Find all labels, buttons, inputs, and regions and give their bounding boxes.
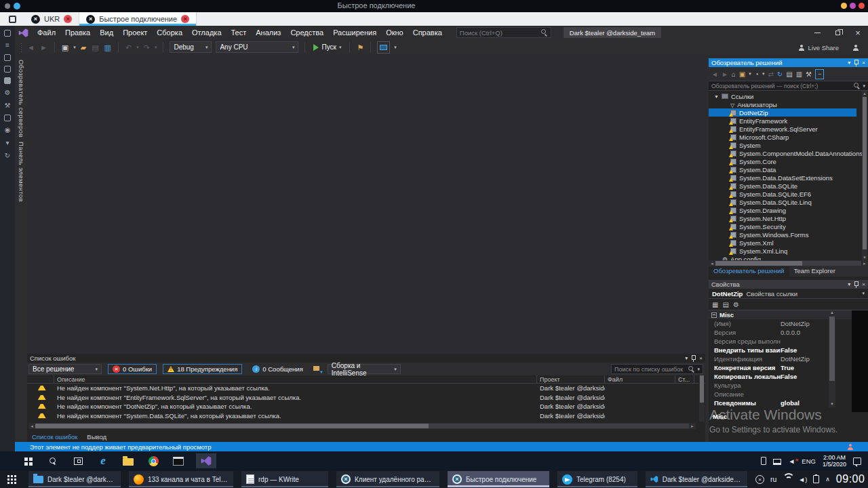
menu-build[interactable]: Сборка: [152, 26, 187, 39]
error-vertical-scrollbar[interactable]: [699, 374, 705, 422]
window-icon[interactable]: [4, 115, 11, 121]
scroll-up-icon[interactable]: ▲: [862, 91, 867, 96]
back-icon[interactable]: ◄: [711, 70, 718, 78]
warnings-toggle-button[interactable]: 18 Предупреждения: [163, 364, 242, 374]
menu-test[interactable]: Тест: [226, 26, 252, 39]
properties-vertical-scrollbar[interactable]: ▲ ▼: [829, 310, 835, 407]
pending-changes-icon[interactable]: ◔: [755, 70, 759, 78]
property-row[interactable]: (Имя)DotNetZip: [709, 319, 868, 328]
show-all-files-icon[interactable]: ▤: [786, 70, 792, 78]
filter-icon[interactable]: [313, 365, 321, 373]
menu-tools[interactable]: Средства: [285, 26, 328, 39]
property-value[interactable]: True: [781, 364, 825, 371]
message-icon[interactable]: [4, 77, 11, 84]
property-value[interactable]: global: [781, 399, 825, 407]
scroll-down-icon[interactable]: ▼: [862, 255, 867, 260]
tree-node[interactable]: System.Data.SQLite.Linq: [709, 198, 868, 206]
forward-icon[interactable]: ►: [722, 70, 728, 78]
new-project-caret-icon[interactable]: [73, 45, 76, 50]
tree-node-appconfig[interactable]: App.config: [709, 255, 868, 260]
tools-icon[interactable]: ⚒: [3, 102, 12, 110]
list-icon[interactable]: ≡: [3, 41, 12, 49]
tab-ukr[interactable]: UKR: [24, 12, 79, 26]
task-firefox[interactable]: 133 канала и чата в Telegra...: [129, 471, 233, 487]
expander-icon[interactable]: [714, 94, 719, 99]
errors-toggle-button[interactable]: 0 Ошибки: [108, 364, 157, 374]
property-value[interactable]: False: [781, 373, 825, 380]
pane-menu-caret-icon[interactable]: ▾: [848, 60, 850, 66]
task-view-button[interactable]: [71, 453, 85, 468]
scroll-right-icon[interactable]: ►: [690, 424, 695, 428]
pin-icon[interactable]: [854, 281, 859, 288]
tree-node[interactable]: System.Data: [709, 165, 868, 174]
property-row[interactable]: Внедрить типы взаимодеFalse: [709, 346, 868, 354]
menu-window[interactable]: Окно: [381, 26, 408, 39]
app-launcher-button[interactable]: [3, 472, 20, 487]
tree-node[interactable]: System.Data.SQLite: [709, 182, 868, 190]
task-quick-connect[interactable]: Быстрое подключение: [448, 471, 549, 487]
navigate-back-icon[interactable]: ◄: [26, 42, 35, 53]
column-description[interactable]: Описание: [54, 375, 537, 384]
tree-node[interactable]: System.Windows.Forms: [709, 230, 868, 239]
scroll-right-icon[interactable]: ►: [862, 262, 867, 266]
properties-wrench-icon[interactable]: ⚒: [806, 70, 812, 78]
volume-muted-icon[interactable]: [788, 458, 795, 465]
start-button[interactable]: [20, 453, 35, 468]
tab-quick-connect[interactable]: Быстрое подключение: [79, 12, 197, 26]
property-row[interactable]: Конкретная версияTrue: [709, 363, 868, 372]
pane-menu-caret-icon[interactable]: ▾: [848, 281, 850, 288]
pane-close-icon[interactable]: ×: [862, 281, 865, 288]
scroll-down-icon[interactable]: ▼: [829, 402, 835, 407]
window-menu-dots[interactable]: [5, 3, 20, 9]
monitor-icon[interactable]: [4, 66, 11, 73]
volume-icon[interactable]: [798, 476, 807, 483]
tree-node[interactable]: System.Net.Http: [709, 214, 868, 222]
property-value[interactable]: DotNetZip: [781, 320, 825, 327]
menu-help[interactable]: Справка: [408, 26, 447, 39]
window-menu-icon[interactable]: [5, 3, 10, 9]
category-row[interactable]: Misc: [709, 310, 868, 319]
menu-debug[interactable]: Отладка: [187, 26, 226, 39]
task-vscode[interactable]: Dark $tealer @darkside_team...: [646, 471, 747, 487]
scope-combo[interactable]: Все решение: [28, 364, 102, 374]
toolbar-grip[interactable]: [20, 43, 22, 52]
editor-layout-button[interactable]: [377, 41, 390, 54]
scrollbar-thumb[interactable]: [715, 261, 802, 266]
properties-object-selector[interactable]: DotNetZip Свойства ссылки: [709, 289, 868, 299]
property-pages-icon[interactable]: ⚙: [733, 301, 739, 308]
screens-icon[interactable]: [4, 54, 11, 61]
scrollbar-thumb[interactable]: [863, 97, 867, 249]
command-prompt-button[interactable]: [171, 453, 186, 468]
property-row[interactable]: ИдентификацияDotNetZip: [709, 354, 868, 363]
save-all-icon[interactable]: ▥: [104, 42, 112, 53]
minimize-dot-button[interactable]: [841, 3, 847, 9]
scrollbar-thumb[interactable]: [700, 375, 704, 403]
tree-node[interactable]: System.Core: [709, 157, 868, 165]
pending-caret-icon[interactable]: [762, 71, 765, 77]
tab-toolbox[interactable]: Панель элементов: [18, 142, 25, 202]
tab-solution-explorer[interactable]: Обозреватель решений: [709, 266, 789, 277]
error-horizontal-scrollbar[interactable]: ◄ ►: [28, 423, 696, 429]
undo-icon[interactable]: ↶: [125, 42, 132, 53]
maximize-dot-button[interactable]: [850, 3, 856, 9]
property-row[interactable]: Копировать локальноFalse: [709, 372, 868, 381]
internet-explorer-button[interactable]: e: [96, 453, 111, 468]
tray-expander-icon[interactable]: [825, 476, 830, 483]
collapse-all-icon[interactable]: ▥: [796, 70, 802, 78]
scrollbar-track[interactable]: [715, 261, 861, 266]
property-row[interactable]: Описание: [709, 390, 868, 399]
keyboard-layout[interactable]: ru: [770, 475, 776, 483]
property-row[interactable]: Версия0.0.0.0: [709, 328, 868, 337]
error-row[interactable]: Не найден компонент "System.Net.Http", н…: [27, 384, 705, 393]
task-telegram[interactable]: Telegram (8254): [557, 471, 637, 487]
scrollbar-thumb[interactable]: [35, 424, 429, 428]
solution-search-box[interactable]: [709, 81, 868, 91]
action-center-icon[interactable]: [853, 458, 861, 465]
layout-caret-icon[interactable]: [394, 45, 397, 50]
tab-close-icon[interactable]: [64, 15, 72, 23]
tree-node-analyzers[interactable]: Анализаторы: [709, 100, 868, 108]
tree-node[interactable]: System.Security: [709, 222, 868, 230]
sync-icon[interactable]: ⇄: [768, 70, 773, 78]
task-kwrite[interactable]: rdp — KWrite: [241, 471, 328, 487]
column-file[interactable]: Файл: [605, 375, 675, 384]
